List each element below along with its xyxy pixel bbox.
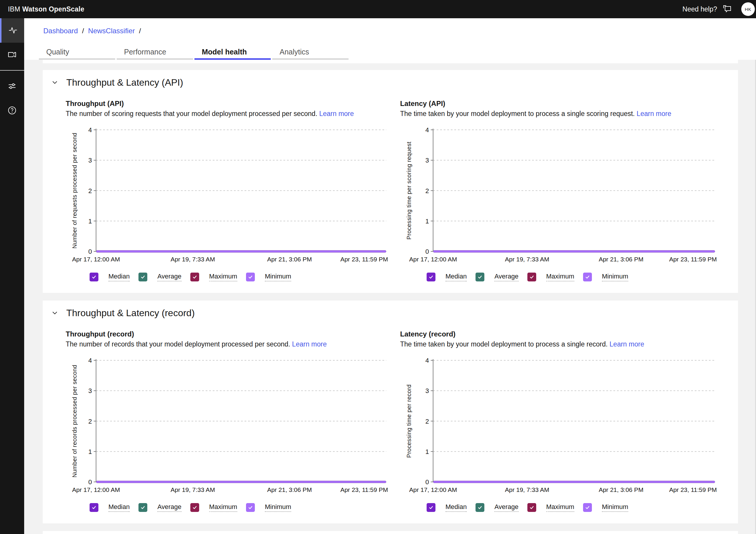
y-tick-label: 0 bbox=[88, 248, 92, 255]
x-tick-label: Apr 23, 11:59 PM bbox=[340, 256, 388, 263]
y-tick-label: 2 bbox=[88, 418, 92, 425]
y-axis-title: Number of records processed per second bbox=[71, 365, 78, 477]
throughput-api-chart: 01234Number of requests processed per se… bbox=[66, 118, 386, 266]
x-tick-label: Apr 17, 12:00 AM bbox=[72, 486, 120, 493]
legend-checkbox-maximum[interactable] bbox=[190, 272, 199, 281]
latency-record-chart: 01234Processing time per recordApr 17, 1… bbox=[400, 349, 715, 496]
legend-checkbox-median[interactable] bbox=[427, 272, 435, 281]
legend-checkbox-median[interactable] bbox=[90, 503, 98, 512]
x-tick-label: Apr 23, 11:59 PM bbox=[669, 486, 717, 493]
y-tick-label: 3 bbox=[425, 157, 429, 164]
legend-checkbox-average[interactable] bbox=[139, 503, 147, 512]
y-tick-label: 0 bbox=[88, 478, 92, 486]
legend-label-maximum[interactable]: Maximum bbox=[546, 503, 574, 512]
tab-quality[interactable]: Quality bbox=[39, 44, 115, 60]
legend-checkbox-average[interactable] bbox=[475, 272, 484, 281]
chart-legend: MedianAverageMaximumMinimum bbox=[427, 503, 715, 512]
breadcrumb-separator: / bbox=[82, 27, 84, 35]
y-tick-label: 1 bbox=[88, 448, 92, 455]
learn-more-link[interactable]: Learn more bbox=[319, 110, 354, 117]
legend-label-median[interactable]: Median bbox=[446, 503, 467, 512]
legend-label-minimum[interactable]: Minimum bbox=[265, 503, 291, 512]
x-tick-label: Apr 21, 3:06 PM bbox=[267, 256, 312, 263]
legend-label-average[interactable]: Average bbox=[494, 273, 519, 281]
section-title: Throughput & Latency (record) bbox=[66, 308, 195, 318]
legend-checkbox-maximum[interactable] bbox=[527, 503, 536, 512]
learn-more-link[interactable]: Learn more bbox=[292, 340, 327, 348]
x-tick-label: Apr 23, 11:59 PM bbox=[669, 256, 717, 263]
legend-label-median[interactable]: Median bbox=[108, 273, 130, 281]
throughput-record-panel: Throughput (record)The number of records… bbox=[66, 329, 386, 512]
legend-checkbox-minimum[interactable] bbox=[583, 503, 592, 512]
need-help-link[interactable]: Need help? bbox=[682, 5, 717, 13]
chat-icon[interactable] bbox=[722, 4, 732, 14]
section-card-record: Throughput & Latency (record)Throughput … bbox=[43, 300, 738, 523]
sidebar-item-configure[interactable] bbox=[0, 74, 24, 99]
y-axis-title: Processing time per scoring request bbox=[406, 141, 412, 240]
breadcrumb: Dashboard/NewsClassifier/ bbox=[43, 27, 145, 35]
sidebar-item-insights-dashboard[interactable] bbox=[0, 18, 24, 43]
chart-description: The time taken by your model deployment … bbox=[400, 340, 608, 348]
legend-label-maximum[interactable]: Maximum bbox=[546, 273, 574, 281]
legend-label-minimum[interactable]: Minimum bbox=[602, 273, 628, 281]
legend-checkbox-maximum[interactable] bbox=[190, 503, 199, 512]
legend-label-average[interactable]: Average bbox=[157, 273, 181, 281]
y-tick-label: 2 bbox=[425, 187, 429, 194]
tab-bar: QualityPerformanceModel healthAnalytics bbox=[39, 44, 350, 60]
legend-checkbox-average[interactable] bbox=[475, 503, 484, 512]
legend-label-median[interactable]: Median bbox=[446, 273, 467, 281]
legend-label-minimum[interactable]: Minimum bbox=[602, 503, 628, 512]
sidebar bbox=[0, 18, 24, 534]
sidebar-item-support[interactable] bbox=[0, 43, 24, 67]
y-axis-title: Processing time per record bbox=[406, 384, 412, 458]
legend-checkbox-maximum[interactable] bbox=[527, 272, 536, 281]
tab-analytics[interactable]: Analytics bbox=[272, 44, 349, 60]
ticket-icon bbox=[7, 49, 17, 61]
chevron-down-icon[interactable] bbox=[52, 310, 58, 316]
sidebar-divider bbox=[0, 70, 24, 71]
y-tick-label: 1 bbox=[425, 217, 429, 225]
chevron-down-icon[interactable] bbox=[52, 80, 58, 85]
legend-label-maximum[interactable]: Maximum bbox=[209, 503, 237, 512]
legend-checkbox-median[interactable] bbox=[427, 503, 435, 512]
breadcrumb-link-newsclassifier[interactable]: NewsClassifier bbox=[88, 27, 135, 35]
legend-label-average[interactable]: Average bbox=[157, 503, 181, 512]
chart-description: The time taken by your model deployment … bbox=[400, 110, 634, 117]
chart-legend: MedianAverageMaximumMinimum bbox=[90, 272, 386, 281]
scrolled-card-remnant bbox=[43, 60, 738, 63]
latency-record-panel: Latency (record)The time taken by your m… bbox=[400, 329, 715, 512]
sidebar-item-help[interactable] bbox=[0, 99, 24, 123]
content-header: Dashboard/NewsClassifier/ QualityPerform… bbox=[24, 18, 756, 60]
legend-checkbox-minimum[interactable] bbox=[246, 272, 255, 281]
y-tick-label: 2 bbox=[425, 418, 429, 425]
tab-performance[interactable]: Performance bbox=[117, 44, 193, 60]
legend-label-minimum[interactable]: Minimum bbox=[265, 273, 291, 281]
legend-checkbox-minimum[interactable] bbox=[583, 272, 592, 281]
x-tick-label: Apr 17, 12:00 AM bbox=[409, 486, 457, 493]
y-tick-label: 0 bbox=[425, 478, 429, 486]
breadcrumb-link-dashboard[interactable]: Dashboard bbox=[43, 27, 78, 35]
legend-label-average[interactable]: Average bbox=[494, 503, 519, 512]
legend-checkbox-median[interactable] bbox=[90, 272, 98, 281]
learn-more-link[interactable]: Learn more bbox=[609, 340, 644, 348]
chart-title: Latency (API) bbox=[400, 99, 715, 108]
chart-title: Latency (record) bbox=[400, 329, 715, 339]
app-header: IBMWatson OpenScale Need help? HK bbox=[0, 0, 756, 18]
x-tick-label: Apr 19, 7:33 AM bbox=[171, 256, 215, 263]
y-tick-label: 4 bbox=[425, 126, 429, 134]
legend-label-median[interactable]: Median bbox=[108, 503, 130, 512]
x-tick-label: Apr 17, 12:00 AM bbox=[72, 256, 120, 263]
tab-model-health[interactable]: Model health bbox=[195, 44, 271, 60]
y-tick-label: 3 bbox=[88, 387, 92, 394]
y-tick-label: 1 bbox=[425, 448, 429, 455]
throughput-record-chart: 01234Number of records processed per sec… bbox=[66, 349, 386, 496]
chart-title: Throughput (API) bbox=[66, 99, 386, 108]
scroll-area[interactable]: Throughput & Latency (API)Throughput (AP… bbox=[24, 60, 756, 534]
x-tick-label: Apr 21, 3:06 PM bbox=[267, 486, 312, 493]
avatar[interactable]: HK bbox=[741, 2, 755, 16]
legend-checkbox-average[interactable] bbox=[139, 272, 147, 281]
settings-adjust-icon bbox=[7, 81, 17, 92]
legend-checkbox-minimum[interactable] bbox=[246, 503, 255, 512]
learn-more-link[interactable]: Learn more bbox=[637, 110, 671, 117]
legend-label-maximum[interactable]: Maximum bbox=[209, 273, 237, 281]
